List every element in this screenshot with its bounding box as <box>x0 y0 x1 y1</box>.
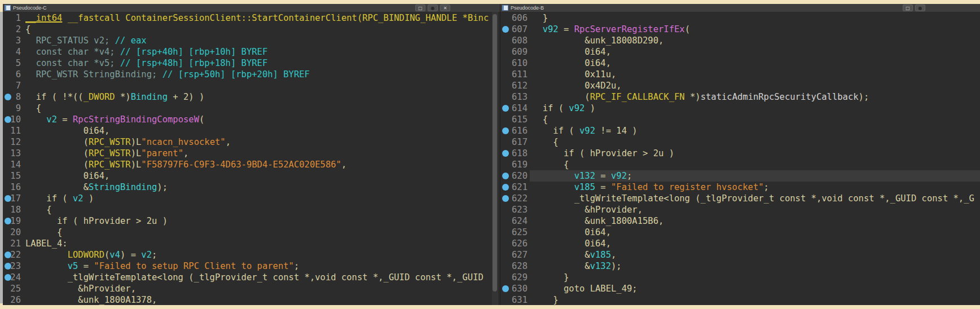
code-line[interactable]: 7 <box>3 80 491 91</box>
breakpoint-icon[interactable] <box>502 184 509 191</box>
float-button[interactable]: ● <box>915 5 925 11</box>
code-line[interactable]: 607 v92 = RpcServerRegisterIfEx( <box>500 24 980 35</box>
breakpoint-icon[interactable] <box>502 150 509 157</box>
breakpoint-icon[interactable] <box>5 94 11 100</box>
breakpoint-icon[interactable] <box>5 195 11 202</box>
code-line[interactable]: 606 } <box>500 12 980 24</box>
code-line[interactable]: 4 const char *v4; // [rsp+40h] [rbp+10h]… <box>3 46 491 58</box>
code-line[interactable]: 630 goto LABEL_49; <box>500 283 980 294</box>
code-line[interactable]: 624 &unk_1800A15B6, <box>500 215 980 227</box>
code-line[interactable]: 11 0i64, <box>3 125 491 136</box>
code-line[interactable]: 14 (RPC_WSTR)L"F58797F6-C9F3-4D63-9BD4-E… <box>3 159 491 170</box>
code-line[interactable]: 1__int64 __fastcall ContainerSessionClie… <box>3 12 491 24</box>
line-number: 623 <box>512 205 528 215</box>
code-line[interactable]: 619 { <box>500 159 980 170</box>
code-line[interactable]: 628 &v132); <box>500 261 980 272</box>
breakpoint-icon[interactable] <box>502 127 509 134</box>
line-number: 620 <box>512 171 528 181</box>
breakpoint-icon[interactable] <box>502 173 509 179</box>
code-line[interactable]: 17 if ( v2 ) <box>3 193 491 204</box>
breakpoint-icon[interactable] <box>5 116 11 123</box>
code-line[interactable]: 18 { <box>3 204 491 215</box>
line-number: 11 <box>10 126 21 136</box>
code-text: RPC_WSTR StringBinding; // [rsp+50h] [rb… <box>23 69 491 80</box>
maximize-button[interactable]: □ <box>415 5 425 11</box>
line-number: 24 <box>10 272 21 282</box>
code-text: &v132); <box>530 261 980 272</box>
code-line[interactable]: 618 if ( hProvider > 2u ) <box>500 148 980 159</box>
code-line[interactable]: 3 RPC_STATUS v2; // eax <box>3 35 491 46</box>
code-line[interactable]: 614 if ( v92 ) <box>500 103 980 114</box>
code-line[interactable]: 621 v185 = "Failed to register hvsocket"… <box>500 182 980 193</box>
code-line[interactable]: 16 &StringBinding); <box>3 182 491 193</box>
maximize-button[interactable]: □ <box>903 5 913 11</box>
code-line[interactable]: 20 { <box>3 227 491 238</box>
code-line[interactable]: 629 } <box>500 272 980 283</box>
code-line[interactable]: 620 v132 = v92; <box>500 170 980 182</box>
float-button[interactable]: ● <box>428 5 438 11</box>
code-line[interactable]: 19 if ( hProvider > 2u ) <box>3 215 491 227</box>
breakpoint-icon[interactable] <box>502 285 509 292</box>
code-line[interactable]: 25 &hProvider, <box>3 283 491 294</box>
code-line[interactable]: 612 0x4D2u, <box>500 80 980 91</box>
breakpoint-icon[interactable] <box>5 274 11 281</box>
breakpoint-icon[interactable] <box>5 218 11 224</box>
code-line[interactable]: 622 _tlgWriteTemplate<long (_tlgProvider… <box>500 193 980 204</box>
line-number: 9 <box>16 103 21 113</box>
breakpoint-icon[interactable] <box>502 105 509 112</box>
code-line[interactable]: 12 (RPC_WSTR)L"ncacn_hvsocket", <box>3 136 491 148</box>
code-line[interactable]: 15 0i64, <box>3 170 491 182</box>
line-number: 619 <box>512 160 528 170</box>
code-line[interactable]: 609 0i64, <box>500 46 980 58</box>
code-line[interactable]: 2{ <box>3 24 491 35</box>
code-text: v92 = RpcServerRegisterIfEx( <box>530 24 980 35</box>
code-text: RPC_STATUS v2; // eax <box>23 35 491 46</box>
titlebar-pseudocode-b[interactable]: Pseudocode-B □● <box>500 4 980 12</box>
code-line[interactable]: 617 { <box>500 136 980 148</box>
code-line[interactable]: 616 if ( v92 != 14 ) <box>500 125 980 136</box>
code-line[interactable]: 22 LODWORD(v4) = v2; <box>3 249 491 261</box>
code-line[interactable]: 615 { <box>500 114 980 125</box>
code-line[interactable]: 625 0i64, <box>500 227 980 238</box>
line-number: 609 <box>512 47 528 57</box>
scrollbar-thumb[interactable] <box>493 14 497 292</box>
line-number-gutter: 25 <box>3 283 23 294</box>
breakpoint-icon[interactable] <box>502 195 509 202</box>
code-text: 0i64, <box>530 58 980 69</box>
code-line[interactable]: 608 &unk_18008D290, <box>500 35 980 46</box>
line-number-gutter: 610 <box>500 58 530 69</box>
code-line[interactable]: 6 RPC_WSTR StringBinding; // [rsp+50h] [… <box>3 69 491 80</box>
code-line[interactable]: 26 &unk_1800A1378, <box>3 294 491 306</box>
code-line[interactable]: 610 0i64, <box>500 58 980 69</box>
code-line[interactable]: 10 v2 = RpcStringBindingComposeW( <box>3 114 491 125</box>
code-line[interactable]: 24 _tlgWriteTemplate<long (_tlgProvider_… <box>3 272 491 283</box>
code-line[interactable]: 631 } <box>500 294 980 306</box>
breakpoint-icon[interactable] <box>5 263 11 270</box>
code-text: } <box>530 272 980 283</box>
code-line[interactable]: 9 { <box>3 103 491 114</box>
code-text: (RPC_WSTR)L"F58797F6-C9F3-4D63-9BD4-E52A… <box>23 159 491 170</box>
code-line[interactable]: 627 &v185, <box>500 249 980 261</box>
breakpoint-icon[interactable] <box>5 251 11 258</box>
code-line[interactable]: 8 if ( !*((_DWORD *)Binding + 2) ) <box>3 91 491 103</box>
code-line[interactable]: 23 v5 = "Failed to setup RPC Client to p… <box>3 261 491 272</box>
code-line[interactable]: 626 0i64, <box>500 238 980 249</box>
line-number: 606 <box>512 13 528 23</box>
code-text: __int64 __fastcall ContainerSessionClien… <box>23 12 491 24</box>
line-number-gutter: 5 <box>3 58 23 69</box>
code-line[interactable]: 623 &hProvider, <box>500 204 980 215</box>
titlebar-pseudocode-c[interactable]: Pseudocode-C □●✕ <box>3 4 500 12</box>
code-line[interactable]: 13 (RPC_WSTR)L"parent", <box>3 148 491 159</box>
vertical-scrollbar[interactable] <box>492 12 498 305</box>
code-line[interactable]: 5 const char *v5; // [rsp+48h] [rbp+18h]… <box>3 58 491 69</box>
line-number: 627 <box>512 250 528 260</box>
code-line[interactable]: 21LABEL_4: <box>3 238 491 249</box>
breakpoint-icon[interactable] <box>502 26 509 33</box>
line-number: 12 <box>10 137 21 147</box>
code-line[interactable]: 613 (RPC_IF_CALLBACK_FN *)staticAdminRpc… <box>500 91 980 103</box>
line-number: 7 <box>16 81 21 91</box>
code-line[interactable]: 611 0x11u, <box>500 69 980 80</box>
line-number: 621 <box>512 182 528 192</box>
line-number-gutter: 19 <box>3 215 23 227</box>
close-button[interactable]: ✕ <box>440 5 450 11</box>
